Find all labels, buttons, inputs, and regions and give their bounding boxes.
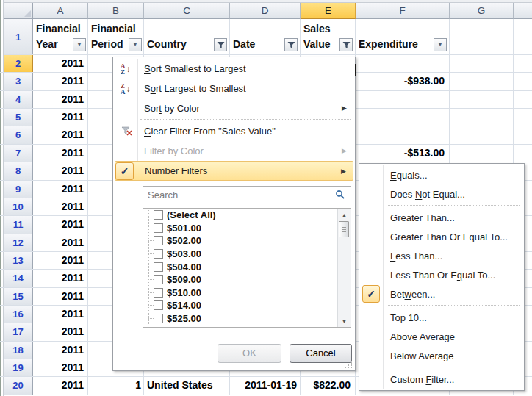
row-header[interactable]: 6: [4, 126, 33, 143]
submenu-item-greater-than-or-equal[interactable]: Greater Than Or Equal To...: [361, 227, 522, 246]
row-header[interactable]: 19: [4, 359, 33, 376]
row-header[interactable]: 16: [4, 306, 33, 323]
checkbox[interactable]: [154, 300, 163, 310]
submenu-item-below-average[interactable]: Below Average: [361, 346, 522, 365]
column-header-a[interactable]: A: [33, 3, 88, 19]
cell-year[interactable]: 2011: [33, 55, 84, 72]
submenu-item-top-10[interactable]: Top 10...: [361, 308, 522, 327]
menu-item-number-filters[interactable]: Number Filters ▶: [115, 161, 353, 181]
filter-button-date[interactable]: [284, 38, 298, 51]
checkbox[interactable]: [154, 327, 163, 328]
scrollbar[interactable]: ▲ ▼: [337, 209, 351, 327]
cell-year[interactable]: 2011: [33, 252, 84, 269]
row-header[interactable]: 8: [4, 162, 33, 179]
cell-year[interactable]: 2011: [33, 359, 84, 376]
row-header[interactable]: 2: [4, 55, 33, 72]
cell-year[interactable]: 2011: [33, 234, 84, 251]
row-header[interactable]: 10: [4, 198, 33, 215]
cell-expenditure[interactable]: [356, 55, 445, 72]
column-header-partial[interactable]: [514, 3, 532, 19]
select-all-triangle-icon: [24, 10, 31, 17]
submenu-item-less-than-or-equal[interactable]: Less Than Or Equal To...: [361, 265, 522, 284]
submenu-item-between[interactable]: Between...: [361, 284, 522, 303]
cell-year[interactable]: 2011: [33, 288, 84, 305]
filter-button-financial-period[interactable]: ▼: [129, 38, 142, 51]
cell-year[interactable]: 2011: [33, 181, 84, 198]
column-header-b[interactable]: B: [88, 3, 144, 19]
cell-year[interactable]: 2011: [33, 216, 84, 233]
search-input[interactable]: [143, 186, 351, 204]
cell-sales[interactable]: $822.00: [301, 377, 351, 394]
row-header[interactable]: 5: [4, 109, 33, 126]
checkbox[interactable]: [154, 262, 163, 272]
scroll-up-button[interactable]: ▲: [338, 209, 351, 220]
list-item: $510.00: [143, 287, 351, 300]
row-header[interactable]: 13: [4, 252, 33, 269]
cell-year[interactable]: 2011: [33, 109, 84, 126]
submenu-item-greater-than[interactable]: Greater Than...: [361, 208, 522, 227]
cell-expenditure[interactable]: [356, 109, 445, 126]
row-header[interactable]: 9: [4, 181, 33, 198]
cell-year[interactable]: 2011: [33, 126, 84, 143]
submenu-item-less-than[interactable]: Less Than...: [361, 246, 522, 265]
checkbox[interactable]: [154, 223, 163, 233]
menu-item-sort-smallest-to-largest[interactable]: AZ↓ Sort Smallest to Largest: [115, 59, 353, 79]
checkbox[interactable]: [154, 210, 163, 220]
row-header[interactable]: 15: [4, 288, 33, 305]
row-header[interactable]: 14: [4, 270, 33, 287]
checkbox[interactable]: [154, 314, 163, 323]
column-header-d[interactable]: D: [230, 3, 301, 19]
row-header[interactable]: 11: [4, 216, 33, 233]
submenu-item-does-not-equal[interactable]: Does Not Equal...: [361, 184, 522, 204]
scrollbar-thumb[interactable]: [339, 221, 349, 237]
row-header[interactable]: 12: [4, 234, 33, 251]
cell-year[interactable]: 2011: [33, 270, 84, 287]
cell-year[interactable]: 2011: [33, 91, 84, 108]
menu-item-sort-largest-to-smallest[interactable]: ZA↓ Sort Largest to Smallest: [115, 79, 353, 98]
column-header-e-selected[interactable]: E: [301, 3, 356, 19]
cell-year[interactable]: 2011: [33, 377, 84, 394]
cell-year[interactable]: 2011: [33, 73, 84, 90]
checkbox[interactable]: [154, 275, 163, 284]
filter-button-country[interactable]: [214, 38, 227, 51]
row-header-1[interactable]: 1: [4, 19, 33, 55]
submenu-item-equals[interactable]: Equals...: [361, 165, 522, 184]
submenu-separator: [387, 305, 520, 306]
cancel-button[interactable]: Cancel: [290, 344, 352, 363]
checkbox[interactable]: [154, 249, 163, 259]
row-header[interactable]: 4: [4, 91, 33, 108]
cell-expenditure[interactable]: [356, 126, 445, 143]
menu-item-sort-by-color[interactable]: Sort by Color ▶: [115, 98, 353, 118]
row-header[interactable]: 7: [4, 145, 33, 162]
column-header-c[interactable]: C: [144, 3, 230, 19]
cell-year[interactable]: 2011: [33, 162, 84, 179]
cell-year[interactable]: 2011: [33, 342, 84, 359]
cell-year[interactable]: 2011: [33, 198, 84, 215]
submenu-item-above-average[interactable]: Above Average: [361, 327, 522, 346]
cell-year[interactable]: 2011: [33, 145, 84, 162]
column-header-f[interactable]: F: [356, 3, 450, 19]
row-header[interactable]: 3: [4, 73, 33, 90]
filter-button-financial-year[interactable]: ▼: [73, 38, 86, 51]
menu-item-clear-filter[interactable]: Clear Filter From "Sales Value": [115, 121, 353, 141]
checkbox[interactable]: [154, 236, 163, 245]
scroll-down-button[interactable]: ▼: [338, 315, 351, 327]
cell-date[interactable]: 2011-01-19: [230, 377, 297, 394]
row-header[interactable]: 20: [4, 377, 33, 394]
row-header[interactable]: 17: [4, 323, 33, 340]
cell-expenditure[interactable]: -$513.00: [356, 145, 445, 162]
column-header-g[interactable]: G: [450, 3, 514, 19]
filter-button-expenditure[interactable]: ▼: [434, 38, 447, 51]
resize-grip[interactable]: [344, 361, 353, 369]
cell-period[interactable]: 1: [88, 377, 141, 394]
cell-expenditure[interactable]: [356, 91, 445, 108]
cell-expenditure[interactable]: -$938.00: [356, 73, 445, 90]
row-header[interactable]: 18: [4, 342, 33, 359]
cell-year[interactable]: 2011: [33, 323, 84, 340]
submenu-item-custom-filter[interactable]: Custom Filter...: [361, 370, 522, 389]
cell-year[interactable]: 2011: [33, 306, 84, 323]
checkbox[interactable]: [154, 288, 163, 298]
cell-country[interactable]: United States: [147, 377, 229, 394]
select-all-corner[interactable]: [4, 3, 33, 19]
filter-button-sales-value[interactable]: [339, 38, 353, 51]
